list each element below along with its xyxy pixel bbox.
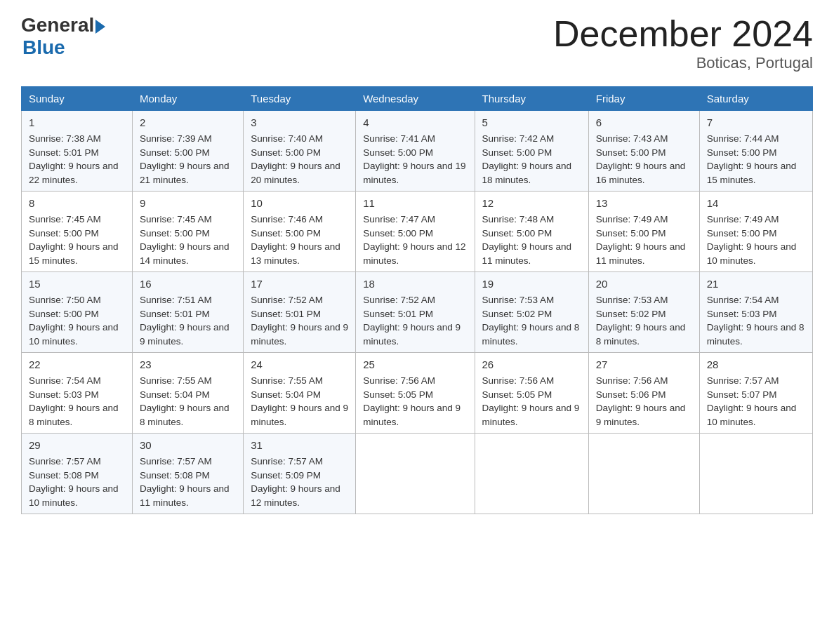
calendar-row-1: 1Sunrise: 7:38 AMSunset: 5:01 PMDaylight… [22, 111, 813, 192]
sunset-text: Sunset: 5:00 PM [596, 147, 666, 158]
calendar-cell: 31Sunrise: 7:57 AMSunset: 5:09 PMDayligh… [244, 434, 356, 514]
daylight-text: Daylight: 9 hours and 9 minutes. [251, 322, 348, 347]
col-wednesday: Wednesday [356, 87, 475, 111]
daylight-text: Daylight: 9 hours and 14 minutes. [140, 241, 230, 266]
col-monday: Monday [132, 87, 243, 111]
daylight-text: Daylight: 9 hours and 9 minutes. [482, 403, 580, 427]
day-number: 21 [707, 276, 805, 292]
sunrise-text: Sunrise: 7:54 AM [29, 375, 101, 386]
sunrise-text: Sunrise: 7:43 AM [596, 133, 668, 144]
sunset-text: Sunset: 5:04 PM [140, 389, 210, 400]
sunrise-text: Sunrise: 7:56 AM [596, 375, 668, 386]
day-number: 20 [596, 276, 692, 292]
logo: General Blue [21, 14, 105, 59]
day-number: 8 [29, 196, 125, 211]
sunset-text: Sunset: 5:00 PM [482, 228, 552, 239]
sunrise-text: Sunrise: 7:54 AM [707, 295, 779, 305]
calendar-cell: 18Sunrise: 7:52 AMSunset: 5:01 PMDayligh… [356, 272, 475, 353]
calendar-cell: 29Sunrise: 7:57 AMSunset: 5:08 PMDayligh… [22, 434, 133, 514]
day-number: 27 [596, 357, 692, 373]
sunrise-text: Sunrise: 7:45 AM [140, 214, 212, 224]
sunrise-text: Sunrise: 7:49 AM [707, 214, 779, 224]
day-number: 14 [707, 196, 805, 211]
calendar-cell [588, 434, 699, 514]
sunset-text: Sunset: 5:01 PM [363, 309, 433, 319]
calendar-cell: 20Sunrise: 7:53 AMSunset: 5:02 PMDayligh… [588, 272, 699, 353]
day-number: 18 [363, 276, 467, 292]
sunrise-text: Sunrise: 7:46 AM [251, 214, 323, 224]
daylight-text: Daylight: 9 hours and 19 minutes. [363, 161, 465, 185]
day-number: 2 [140, 115, 236, 130]
sunrise-text: Sunrise: 7:39 AM [140, 133, 212, 144]
sunset-text: Sunset: 5:07 PM [707, 389, 777, 400]
calendar-cell: 3Sunrise: 7:40 AMSunset: 5:00 PMDaylight… [244, 111, 356, 192]
sunrise-text: Sunrise: 7:56 AM [482, 375, 555, 386]
calendar-cell: 10Sunrise: 7:46 AMSunset: 5:00 PMDayligh… [244, 192, 356, 272]
col-saturday: Saturday [699, 87, 812, 111]
sunset-text: Sunset: 5:01 PM [29, 147, 99, 158]
calendar-cell: 4Sunrise: 7:41 AMSunset: 5:00 PMDaylight… [356, 111, 475, 192]
day-number: 24 [251, 357, 348, 373]
calendar-cell: 26Sunrise: 7:56 AMSunset: 5:05 PMDayligh… [475, 353, 588, 434]
calendar-cell: 15Sunrise: 7:50 AMSunset: 5:00 PMDayligh… [22, 272, 133, 353]
daylight-text: Daylight: 9 hours and 11 minutes. [596, 241, 686, 266]
calendar-subtitle: Boticas, Portugal [553, 54, 813, 72]
day-number: 4 [363, 115, 467, 130]
calendar-cell: 9Sunrise: 7:45 AMSunset: 5:00 PMDaylight… [132, 192, 243, 272]
calendar-cell: 11Sunrise: 7:47 AMSunset: 5:00 PMDayligh… [356, 192, 475, 272]
daylight-text: Daylight: 9 hours and 16 minutes. [596, 161, 686, 185]
daylight-text: Daylight: 9 hours and 11 minutes. [140, 483, 230, 508]
title-section: December 2024 Boticas, Portugal [553, 14, 813, 72]
day-number: 30 [140, 438, 236, 453]
sunset-text: Sunset: 5:01 PM [140, 309, 210, 319]
calendar-cell: 19Sunrise: 7:53 AMSunset: 5:02 PMDayligh… [475, 272, 588, 353]
calendar-cell: 12Sunrise: 7:48 AMSunset: 5:00 PMDayligh… [475, 192, 588, 272]
daylight-text: Daylight: 9 hours and 18 minutes. [482, 161, 572, 185]
daylight-text: Daylight: 9 hours and 13 minutes. [251, 241, 340, 266]
daylight-text: Daylight: 9 hours and 10 minutes. [29, 322, 119, 347]
sunset-text: Sunset: 5:00 PM [363, 228, 433, 239]
sunrise-text: Sunrise: 7:56 AM [363, 375, 435, 386]
daylight-text: Daylight: 9 hours and 9 minutes. [363, 322, 461, 347]
calendar-table: Sunday Monday Tuesday Wednesday Thursday… [21, 86, 813, 514]
sunrise-text: Sunrise: 7:40 AM [251, 133, 323, 144]
sunset-text: Sunset: 5:01 PM [251, 309, 321, 319]
calendar-body: 1Sunrise: 7:38 AMSunset: 5:01 PMDaylight… [22, 111, 813, 514]
daylight-text: Daylight: 9 hours and 9 minutes. [596, 403, 686, 427]
sunset-text: Sunset: 5:08 PM [140, 470, 210, 481]
daylight-text: Daylight: 9 hours and 8 minutes. [707, 322, 805, 347]
sunset-text: Sunset: 5:00 PM [251, 228, 321, 239]
calendar-cell: 14Sunrise: 7:49 AMSunset: 5:00 PMDayligh… [699, 192, 812, 272]
sunset-text: Sunset: 5:06 PM [596, 389, 666, 400]
sunrise-text: Sunrise: 7:48 AM [482, 214, 555, 224]
daylight-text: Daylight: 9 hours and 15 minutes. [707, 161, 797, 185]
sunrise-text: Sunrise: 7:44 AM [707, 133, 779, 144]
sunrise-text: Sunrise: 7:47 AM [363, 214, 435, 224]
sunset-text: Sunset: 5:03 PM [707, 309, 777, 319]
sunset-text: Sunset: 5:00 PM [707, 147, 777, 158]
logo-blue: Blue [22, 36, 105, 59]
day-number: 19 [482, 276, 581, 292]
calendar-cell [475, 434, 588, 514]
col-thursday: Thursday [475, 87, 588, 111]
day-number: 17 [251, 276, 348, 292]
sunrise-text: Sunrise: 7:50 AM [29, 295, 101, 305]
sunset-text: Sunset: 5:03 PM [29, 389, 99, 400]
daylight-text: Daylight: 9 hours and 8 minutes. [596, 322, 686, 347]
day-number: 23 [140, 357, 236, 373]
calendar-row-5: 29Sunrise: 7:57 AMSunset: 5:08 PMDayligh… [22, 434, 813, 514]
daylight-text: Daylight: 9 hours and 9 minutes. [140, 322, 230, 347]
sunset-text: Sunset: 5:02 PM [596, 309, 666, 319]
calendar-cell: 16Sunrise: 7:51 AMSunset: 5:01 PMDayligh… [132, 272, 243, 353]
day-number: 5 [482, 115, 581, 130]
sunset-text: Sunset: 5:02 PM [482, 309, 552, 319]
calendar-cell: 30Sunrise: 7:57 AMSunset: 5:08 PMDayligh… [132, 434, 243, 514]
sunset-text: Sunset: 5:00 PM [363, 147, 433, 158]
calendar-cell: 7Sunrise: 7:44 AMSunset: 5:00 PMDaylight… [699, 111, 812, 192]
daylight-text: Daylight: 9 hours and 8 minutes. [29, 403, 119, 427]
sunrise-text: Sunrise: 7:57 AM [29, 456, 101, 467]
sunrise-text: Sunrise: 7:51 AM [140, 295, 212, 305]
logo-general: General [21, 14, 94, 36]
calendar-cell: 21Sunrise: 7:54 AMSunset: 5:03 PMDayligh… [699, 272, 812, 353]
calendar-cell: 1Sunrise: 7:38 AMSunset: 5:01 PMDaylight… [22, 111, 133, 192]
